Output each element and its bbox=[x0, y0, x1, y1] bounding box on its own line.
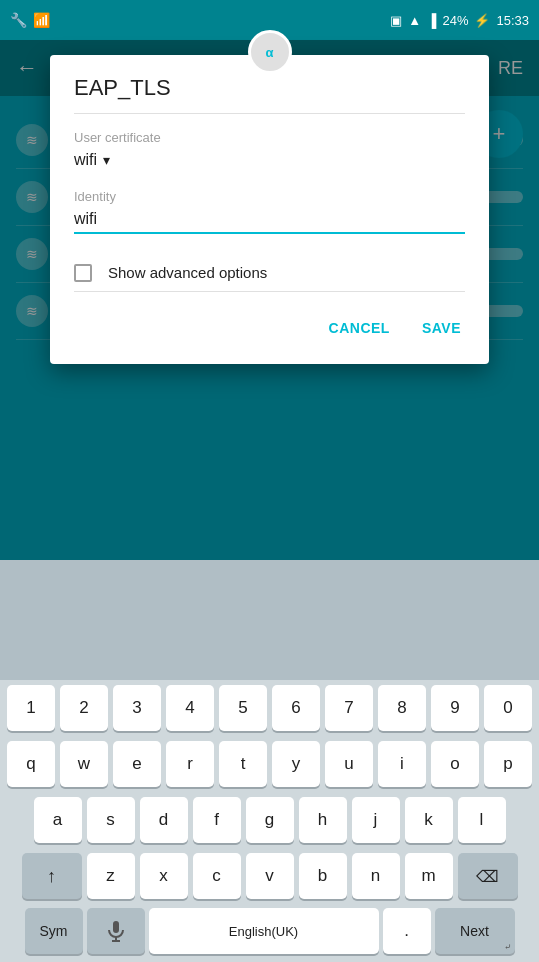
key-u[interactable]: u bbox=[325, 741, 373, 787]
key-m[interactable]: m bbox=[405, 853, 453, 899]
svg-rect-0 bbox=[113, 921, 119, 933]
keyboard-language: English(UK) bbox=[229, 924, 298, 939]
keyboard-bottom-row: Sym English(UK) . Next ⤶ bbox=[0, 904, 539, 962]
key-p[interactable]: p bbox=[484, 741, 532, 787]
backspace-key[interactable]: ⌫ bbox=[458, 853, 518, 899]
key-k[interactable]: k bbox=[405, 797, 453, 843]
mic-key[interactable] bbox=[87, 908, 145, 954]
key-o[interactable]: o bbox=[431, 741, 479, 787]
cancel-button[interactable]: CANCEL bbox=[325, 312, 394, 344]
status-bar-right-icons: ▣ ▲ ▐ 24% ⚡ 15:33 bbox=[390, 13, 529, 28]
key-8[interactable]: 8 bbox=[378, 685, 426, 731]
key-r[interactable]: r bbox=[166, 741, 214, 787]
user-cert-label: User certificate bbox=[74, 130, 465, 145]
key-7[interactable]: 7 bbox=[325, 685, 373, 731]
tool-icon: 🔧 bbox=[10, 12, 27, 28]
period-key[interactable]: . bbox=[383, 908, 431, 954]
key-1[interactable]: 1 bbox=[7, 685, 55, 731]
identity-input[interactable] bbox=[74, 208, 465, 234]
space-key[interactable]: English(UK) bbox=[149, 908, 379, 954]
status-bar-left-icons: 🔧 📶 bbox=[10, 12, 50, 28]
key-2[interactable]: 2 bbox=[60, 685, 108, 731]
key-d[interactable]: d bbox=[140, 797, 188, 843]
dialog-actions: CANCEL SAVE bbox=[74, 308, 465, 344]
key-w[interactable]: w bbox=[60, 741, 108, 787]
next-key[interactable]: Next ⤶ bbox=[435, 908, 515, 954]
key-z[interactable]: z bbox=[87, 853, 135, 899]
key-4[interactable]: 4 bbox=[166, 685, 214, 731]
key-t[interactable]: t bbox=[219, 741, 267, 787]
sym-key[interactable]: Sym bbox=[25, 908, 83, 954]
key-i[interactable]: i bbox=[378, 741, 426, 787]
dropdown-arrow-icon: ▾ bbox=[103, 152, 110, 168]
wifi-icon: ▲ bbox=[408, 13, 421, 28]
user-cert-value: wifi bbox=[74, 151, 97, 169]
key-e[interactable]: e bbox=[113, 741, 161, 787]
key-5[interactable]: 5 bbox=[219, 685, 267, 731]
shift-key[interactable]: ↑ bbox=[22, 853, 82, 899]
keyboard-row-numbers: 1 2 3 4 5 6 7 8 9 0 bbox=[0, 680, 539, 736]
battery-percentage: 24% bbox=[442, 13, 468, 28]
key-6[interactable]: 6 bbox=[272, 685, 320, 731]
keyboard-row-qwerty: q w e r t y u i o p bbox=[0, 736, 539, 792]
signal-bars-icon: ▐ bbox=[427, 13, 436, 28]
key-9[interactable]: 9 bbox=[431, 685, 479, 731]
key-l[interactable]: l bbox=[458, 797, 506, 843]
save-button[interactable]: SAVE bbox=[418, 312, 465, 344]
advanced-options-checkbox[interactable] bbox=[74, 264, 92, 282]
sim-icon: ▣ bbox=[390, 13, 402, 28]
next-label: Next bbox=[460, 923, 489, 939]
key-b[interactable]: b bbox=[299, 853, 347, 899]
key-a[interactable]: a bbox=[34, 797, 82, 843]
eap-tls-dialog: EAP_TLS User certificate wifi ▾ Identity… bbox=[50, 55, 489, 364]
clock: 15:33 bbox=[496, 13, 529, 28]
key-n[interactable]: n bbox=[352, 853, 400, 899]
key-q[interactable]: q bbox=[7, 741, 55, 787]
user-cert-dropdown[interactable]: wifi ▾ bbox=[74, 151, 465, 169]
key-s[interactable]: s bbox=[87, 797, 135, 843]
identity-label: Identity bbox=[74, 189, 465, 204]
key-y[interactable]: y bbox=[272, 741, 320, 787]
key-0[interactable]: 0 bbox=[484, 685, 532, 731]
battery-icon: ⚡ bbox=[474, 13, 490, 28]
key-j[interactable]: j bbox=[352, 797, 400, 843]
key-v[interactable]: v bbox=[246, 853, 294, 899]
key-g[interactable]: g bbox=[246, 797, 294, 843]
next-arrow-icon: ⤶ bbox=[504, 942, 512, 952]
keyboard: 1 2 3 4 5 6 7 8 9 0 q w e r t y u i o p … bbox=[0, 680, 539, 962]
signal-icon: 📶 bbox=[33, 12, 50, 28]
keyboard-row-asdf: a s d f g h j k l bbox=[0, 792, 539, 848]
key-h[interactable]: h bbox=[299, 797, 347, 843]
dialog-title: EAP_TLS bbox=[74, 75, 465, 114]
app-logo: α bbox=[248, 30, 292, 74]
advanced-options-row: Show advanced options bbox=[74, 254, 465, 292]
keyboard-row-zxcv: ↑ z x c v b n m ⌫ bbox=[0, 848, 539, 904]
key-x[interactable]: x bbox=[140, 853, 188, 899]
key-3[interactable]: 3 bbox=[113, 685, 161, 731]
key-f[interactable]: f bbox=[193, 797, 241, 843]
advanced-options-label: Show advanced options bbox=[108, 262, 267, 283]
app-logo-text: α bbox=[266, 45, 274, 60]
key-c[interactable]: c bbox=[193, 853, 241, 899]
